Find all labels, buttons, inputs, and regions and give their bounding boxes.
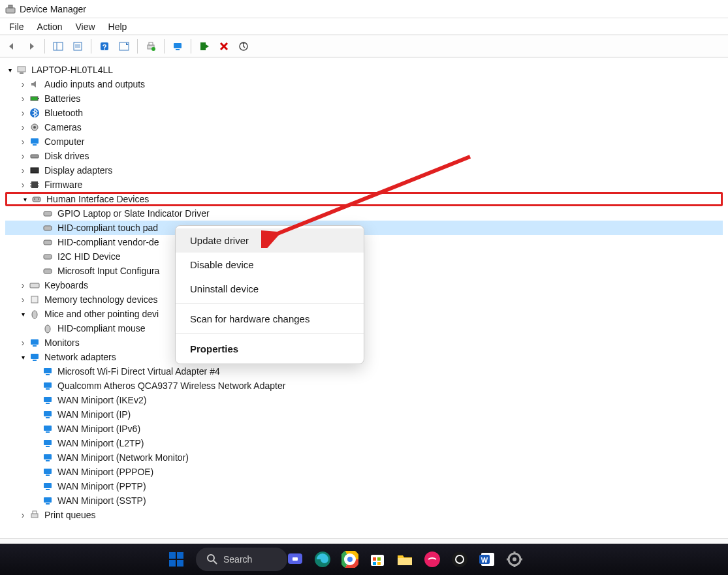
app-circle-pink-icon[interactable]	[423, 550, 441, 568]
back-button[interactable]	[3, 38, 21, 55]
chevron-right-icon[interactable]	[18, 165, 27, 176]
chevron-right-icon[interactable]	[18, 280, 27, 290]
svg-rect-0	[6, 8, 15, 13]
svg-rect-60	[46, 446, 50, 447]
chrome-icon[interactable]	[341, 550, 359, 568]
chevron-right-icon[interactable]	[18, 93, 27, 104]
word-icon[interactable]: W	[478, 550, 496, 568]
ctx-update-driver[interactable]: Update driver	[176, 228, 364, 253]
menu-file[interactable]: File	[4, 20, 29, 33]
tree-item-pptp[interactable]: WAN Miniport (PPTP)	[5, 479, 723, 493]
settings-icon[interactable]	[505, 550, 524, 568]
properties-button[interactable]	[69, 38, 87, 55]
svg-rect-59	[44, 440, 52, 445]
edge-icon[interactable]	[313, 550, 332, 568]
svg-rect-48	[33, 360, 37, 361]
chevron-right-icon[interactable]	[18, 136, 27, 147]
update-driver-button[interactable]	[195, 38, 214, 55]
svg-rect-27	[31, 168, 39, 173]
chevron-down-icon[interactable]	[5, 67, 14, 74]
tree-root[interactable]: LAPTOP-HL0TL4LL	[5, 63, 723, 77]
action-button[interactable]	[115, 38, 133, 55]
svg-rect-93	[377, 557, 381, 561]
tree-item-ip[interactable]: WAN Miniport (IP)	[5, 407, 723, 422]
app-circle-dark-icon[interactable]	[451, 550, 469, 568]
network-adapter-icon	[42, 365, 54, 377]
chevron-right-icon[interactable]	[18, 179, 27, 190]
svg-rect-11	[149, 42, 153, 45]
chevron-right-icon[interactable]	[18, 108, 27, 118]
tree-category-hid[interactable]: Human Interface Devices	[5, 192, 723, 206]
chevron-right-icon[interactable]	[18, 79, 27, 89]
svg-rect-57	[44, 426, 52, 431]
tree-category-bluetooth[interactable]: Bluetooth	[5, 106, 723, 120]
ctx-disable-device[interactable]: Disable device	[176, 253, 364, 277]
svg-rect-65	[44, 483, 52, 488]
menu-help[interactable]: Help	[103, 20, 133, 33]
svg-point-43	[32, 311, 37, 319]
svg-rect-94	[373, 562, 376, 565]
chevron-right-icon[interactable]	[18, 122, 27, 132]
svg-text:W: W	[481, 556, 488, 564]
tree-item-ipv6[interactable]: WAN Miniport (IPv6)	[5, 422, 723, 436]
chevron-right-icon[interactable]	[18, 337, 27, 348]
ctx-scan-hardware[interactable]: Scan for hardware changes	[176, 307, 364, 331]
tree-item-sstp[interactable]: WAN Miniport (SSTP)	[5, 493, 723, 508]
chevron-down-icon[interactable]	[18, 354, 27, 361]
chevron-right-icon[interactable]	[18, 151, 27, 161]
tree-item-ikev2[interactable]: WAN Miniport (IKEv2)	[5, 393, 723, 407]
chevron-right-icon[interactable]	[18, 294, 27, 305]
network-adapter-icon	[42, 452, 54, 463]
svg-rect-63	[44, 469, 52, 474]
menu-view[interactable]: View	[70, 20, 100, 33]
tree-item-qca[interactable]: Qualcomm Atheros QCA9377 Wireless Networ…	[5, 379, 723, 393]
tree-category-firmware[interactable]: Firmware	[5, 178, 723, 192]
svg-rect-18	[20, 72, 24, 74]
tree-category-computer[interactable]: Computer	[5, 134, 723, 149]
tree-item-l2tp[interactable]: WAN Miniport (L2TP)	[5, 436, 723, 450]
disable-button[interactable]	[234, 38, 253, 55]
explorer-icon[interactable]	[396, 550, 414, 568]
scan-hardware-button[interactable]	[168, 38, 187, 55]
print-button[interactable]	[142, 38, 160, 55]
chat-icon[interactable]	[286, 550, 304, 568]
svg-rect-26	[31, 155, 39, 158]
ctx-uninstall-device[interactable]: Uninstall device	[176, 277, 364, 301]
svg-rect-15	[200, 42, 206, 50]
start-button[interactable]	[163, 546, 189, 572]
svg-rect-50	[46, 374, 50, 375]
show-hide-tree-button[interactable]	[49, 38, 67, 55]
tree-item-netmon[interactable]: WAN Miniport (Network Monitor)	[5, 450, 723, 465]
chevron-down-icon[interactable]	[20, 196, 29, 203]
chip-icon	[29, 179, 40, 191]
taskbar-search[interactable]: Search	[196, 548, 287, 571]
tree-category-printq[interactable]: Print queues	[5, 508, 723, 522]
tree-item-pppoe[interactable]: WAN Miniport (PPPOE)	[5, 465, 723, 479]
tree-item-gpio[interactable]: GPIO Laptop or Slate Indicator Driver	[5, 206, 723, 221]
help-button[interactable]: ?	[95, 38, 114, 55]
tree-category-cameras[interactable]: Cameras	[5, 120, 723, 134]
chevron-down-icon[interactable]	[18, 311, 27, 318]
svg-rect-73	[177, 552, 183, 559]
svg-rect-39	[44, 255, 52, 259]
tree-category-display[interactable]: Display adapters	[5, 163, 723, 178]
ctx-properties[interactable]: Properties	[176, 337, 364, 361]
svg-point-23	[33, 126, 36, 129]
uninstall-button[interactable]	[215, 38, 233, 55]
svg-rect-24	[31, 138, 39, 144]
menu-action[interactable]: Action	[32, 20, 68, 33]
tree-item-wfd[interactable]: Microsoft Wi-Fi Direct Virtual Adapter #…	[5, 364, 723, 379]
store-icon[interactable]	[368, 550, 387, 568]
svg-rect-47	[31, 354, 39, 359]
search-icon	[206, 553, 218, 565]
tree-category-disk[interactable]: Disk drives	[5, 149, 723, 163]
svg-rect-72	[169, 552, 176, 559]
tree-category-batteries[interactable]: Batteries	[5, 91, 723, 106]
disk-icon	[29, 150, 40, 162]
tree-category-audio[interactable]: Audio inputs and outputs	[5, 77, 723, 91]
forward-button[interactable]	[22, 38, 40, 55]
chevron-right-icon[interactable]	[18, 510, 27, 520]
svg-rect-75	[177, 560, 183, 567]
network-adapter-icon	[42, 409, 54, 420]
svg-rect-92	[373, 557, 376, 561]
